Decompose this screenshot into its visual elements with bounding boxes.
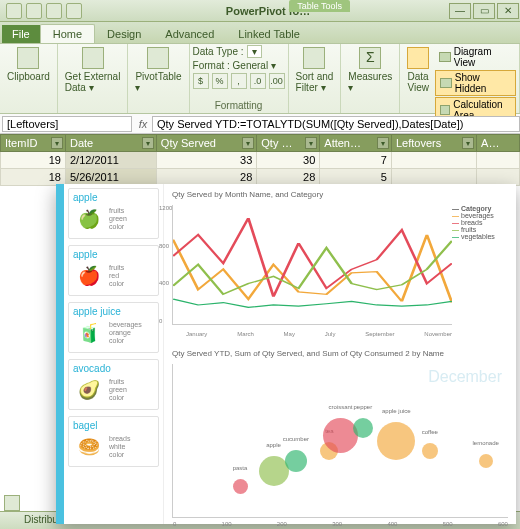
- col-leftovers[interactable]: Leftovers▾: [391, 135, 476, 152]
- data-view-button[interactable]: Data View: [403, 45, 433, 95]
- maximize-button[interactable]: ▭: [473, 3, 495, 19]
- tab-linked-table[interactable]: Linked Table: [226, 25, 312, 43]
- col-itemid[interactable]: ItemID▾: [1, 135, 66, 152]
- get-external-data-button[interactable]: Get External Data ▾: [61, 45, 125, 95]
- pivottable-button[interactable]: PivotTable ▾: [131, 45, 185, 95]
- filter-dropdown-icon[interactable]: ▾: [242, 137, 254, 149]
- chart1-title: Qty Served by Month Name, and Category: [172, 190, 508, 199]
- sort-icon: [303, 47, 325, 69]
- ribbon: Clipboard Get External Data ▾ PivotTable…: [0, 44, 520, 114]
- file-tab[interactable]: File: [2, 25, 40, 43]
- ribbon-tabs: File Home Design Advanced Linked Table: [0, 22, 520, 44]
- col-qty[interactable]: Qty …▾: [257, 135, 320, 152]
- bubble: [377, 422, 415, 460]
- qat-icon[interactable]: [66, 3, 82, 19]
- calc-area-icon: [440, 105, 450, 115]
- measures-label: Measures ▾: [348, 71, 392, 93]
- pivot-icon: [147, 47, 169, 69]
- fx-icon[interactable]: fx: [134, 118, 152, 130]
- thumb-icon: 🥑: [73, 374, 105, 406]
- name-box[interactable]: [Leftovers]: [2, 116, 132, 132]
- tab-home[interactable]: Home: [40, 24, 95, 43]
- chart2-xaxis: 0100200300400500600: [173, 521, 508, 527]
- qat-icon[interactable]: [46, 3, 62, 19]
- bubble: [479, 454, 493, 468]
- filter-dropdown-icon[interactable]: ▾: [142, 137, 154, 149]
- show-hidden-icon: [440, 78, 451, 88]
- legend: Category beverages breads fruits vegetab…: [452, 205, 508, 325]
- filter-dropdown-icon[interactable]: ▾: [462, 137, 474, 149]
- contextual-tab-label: Table Tools: [289, 0, 350, 12]
- thumb-icon: 🥯: [73, 431, 105, 463]
- app-icon: [6, 3, 22, 19]
- bubble: [422, 443, 438, 459]
- formula-bar: [Leftovers] fx Qty Served YTD:=TOTALYTD(…: [0, 114, 520, 134]
- datatype-label: Data Type :: [193, 46, 244, 57]
- measures-button[interactable]: ΣMeasures ▾: [344, 45, 396, 95]
- title-bar: PowerPivot fo… — ▭ ✕ Table Tools: [0, 0, 520, 22]
- datatype-dropdown[interactable]: ▾: [247, 45, 262, 58]
- group-label-formatting: Formatting: [193, 100, 285, 112]
- sort-label: Sort and Filter ▾: [296, 71, 334, 93]
- clipboard-button[interactable]: Clipboard: [3, 45, 54, 84]
- filter-dropdown-icon[interactable]: ▾: [51, 137, 63, 149]
- line-chart: 04008001200 Category beverages breads fr…: [172, 205, 508, 325]
- close-button[interactable]: ✕: [497, 3, 519, 19]
- tab-design[interactable]: Design: [95, 25, 153, 43]
- report-stripe: [56, 184, 64, 524]
- data-view-icon: [407, 47, 429, 69]
- col-date[interactable]: Date▾: [65, 135, 156, 152]
- minimize-button[interactable]: —: [449, 3, 471, 19]
- formula-input[interactable]: Qty Served YTD:=TOTALYTD(SUM([Qty Served…: [152, 116, 520, 132]
- bubble: [323, 418, 358, 453]
- decrease-decimal-button[interactable]: .00: [269, 73, 285, 89]
- table-row: 192/12/201133307: [1, 152, 520, 169]
- dataview-label: Data View: [408, 71, 430, 93]
- clipboard-label: Clipboard: [7, 71, 50, 82]
- data-grid: ItemID▾ Date▾ Qty Served▾ Qty …▾ Atten…▾…: [0, 134, 520, 186]
- show-hidden-button[interactable]: Show Hidden: [435, 70, 516, 96]
- window-title: PowerPivot fo…: [88, 5, 448, 17]
- chart1-xaxis: JanuaryMarchMayJulySeptemberNovember: [172, 331, 508, 337]
- thumb-icon: 🍎: [73, 260, 105, 292]
- bubble-chart: December 0100200300400500600 Month Name …: [172, 364, 508, 518]
- tab-advanced[interactable]: Advanced: [153, 25, 226, 43]
- thumb-icon: 🍏: [73, 203, 105, 235]
- getdata-label: Get External Data ▾: [65, 71, 121, 93]
- increase-decimal-button[interactable]: .0: [250, 73, 266, 89]
- list-item[interactable]: apple🍏fruitsgreencolor: [68, 188, 159, 239]
- database-icon: [82, 47, 104, 69]
- line-chart-plot: 04008001200: [172, 205, 452, 325]
- chart2-title: Qty Served YTD, Sum of Qty Served, and S…: [172, 349, 508, 358]
- col-qtyserved[interactable]: Qty Served▾: [156, 135, 256, 152]
- list-item[interactable]: apple juice🧃beveragesorangecolor: [68, 302, 159, 353]
- header-row: ItemID▾ Date▾ Qty Served▾ Qty …▾ Atten…▾…: [1, 135, 520, 152]
- sort-filter-button[interactable]: Sort and Filter ▾: [292, 45, 338, 95]
- col-attend[interactable]: Atten…▾: [320, 135, 392, 152]
- qat-icon[interactable]: [26, 3, 42, 19]
- filter-dropdown-icon[interactable]: ▾: [305, 137, 317, 149]
- bubble: [353, 418, 373, 438]
- diagram-view-button[interactable]: Diagram View: [435, 45, 516, 69]
- pivot-label: PivotTable ▾: [135, 71, 181, 93]
- list-item[interactable]: avocado🥑fruitsgreencolor: [68, 359, 159, 410]
- table-row: 185/26/201128285: [1, 169, 520, 186]
- format-dropdown[interactable]: Format : General ▾: [193, 60, 276, 71]
- filter-dropdown-icon[interactable]: ▾: [377, 137, 389, 149]
- currency-button[interactable]: $: [193, 73, 209, 89]
- report-overlay: apple🍏fruitsgreencolor apple🍎fruitsredco…: [56, 184, 516, 524]
- list-item[interactable]: apple🍎fruitsredcolor: [68, 245, 159, 296]
- watermark: December: [428, 368, 502, 386]
- list-item[interactable]: bagel🥯breadswhitecolor: [68, 416, 159, 467]
- bubble: [233, 479, 248, 494]
- quick-access-toolbar: [0, 3, 88, 19]
- charts-area: Qty Served by Month Name, and Category 0…: [164, 184, 516, 524]
- diagram-icon: [439, 52, 450, 62]
- sigma-icon: Σ: [359, 47, 381, 69]
- percent-button[interactable]: %: [212, 73, 228, 89]
- bubble: [285, 450, 307, 472]
- comma-button[interactable]: ,: [231, 73, 247, 89]
- thumb-icon: 🧃: [73, 317, 105, 349]
- clipboard-icon: [17, 47, 39, 69]
- col-extra[interactable]: A…: [477, 135, 520, 152]
